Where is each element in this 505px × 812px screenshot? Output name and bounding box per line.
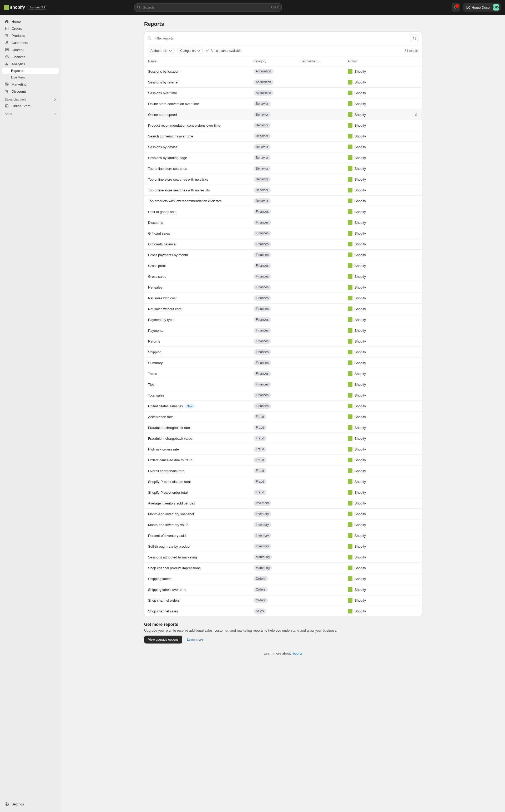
category-badge: Fraud <box>254 436 267 441</box>
report-row[interactable]: Net salesFinancesShopify <box>144 282 422 293</box>
report-row[interactable]: Top products with low recommendation cli… <box>144 196 422 206</box>
report-row[interactable]: Shop channel product impressionsMarketin… <box>144 563 422 573</box>
report-row[interactable]: United States sales taxNewFinancesShopif… <box>144 401 422 412</box>
report-row[interactable]: Payment by typeFinancesShopify <box>144 314 422 325</box>
shopify-author-icon <box>348 166 352 171</box>
report-row[interactable]: Acceptance rateFraudShopify <box>144 412 422 422</box>
nav-marketing[interactable]: Marketing <box>2 81 59 88</box>
reports-help-link[interactable]: reports <box>292 652 302 655</box>
report-row[interactable]: TipsFinancesShopify <box>144 379 422 390</box>
col-last-viewed[interactable]: Last viewed <box>297 57 344 66</box>
col-name[interactable]: Name <box>144 57 250 66</box>
report-row[interactable]: Top online store searches with no clicks… <box>144 174 422 185</box>
report-row[interactable]: Fraudulent chargeback rateFraudShopify <box>144 422 422 433</box>
nav-analytics[interactable]: Analytics <box>2 61 59 68</box>
report-row[interactable]: Total salesFinancesShopify <box>144 390 422 401</box>
report-row[interactable]: Sessions by landing pageBehaviorShopify <box>144 152 422 163</box>
report-row[interactable]: Top online store searches with no result… <box>144 185 422 196</box>
pin-icon[interactable] <box>414 113 418 116</box>
nav-discounts[interactable]: Discounts <box>2 88 59 95</box>
report-row[interactable]: Overall chargeback rateFraudShopify <box>144 466 422 476</box>
view-upgrade-button[interactable]: View upgrade options <box>144 635 182 644</box>
authors-filter[interactable]: Authors 1 <box>148 48 175 54</box>
report-row[interactable]: Month-end inventory valueInventoryShopif… <box>144 519 422 530</box>
benchmarks-toggle[interactable]: Benchmarks available <box>205 49 241 53</box>
author-name: Shopify <box>355 361 366 365</box>
category-badge: Inventory <box>254 522 271 528</box>
author-name: Shopify <box>355 426 366 430</box>
nav-orders[interactable]: Orders <box>2 25 59 32</box>
report-row[interactable]: Month-end inventory snapshotInventorySho… <box>144 509 422 519</box>
report-row[interactable]: Shopify Protect dispute totalFraudShopif… <box>144 476 422 487</box>
report-row[interactable]: DiscountsFinancesShopify <box>144 217 422 228</box>
report-row[interactable]: Average inventory sold per dayInventoryS… <box>144 498 422 509</box>
report-row[interactable]: Search conversions over timeBehaviorShop… <box>144 131 422 142</box>
report-name: Top online store searches <box>144 163 250 174</box>
report-row[interactable]: Online store speedBehaviorShopify <box>144 109 422 120</box>
svg-point-10 <box>7 92 8 93</box>
sort-button[interactable] <box>410 34 418 42</box>
report-row[interactable]: Online store conversion over timeBehavio… <box>144 99 422 109</box>
nav-finances[interactable]: Finances <box>2 53 59 60</box>
category-badge: Inventory <box>254 544 271 549</box>
nav-content[interactable]: Content <box>2 46 59 53</box>
category-badge: Finances <box>254 252 271 257</box>
report-row[interactable]: SummaryFinancesShopify <box>144 358 422 368</box>
report-row[interactable]: Percent of inventory soldInventoryShopif… <box>144 530 422 541</box>
report-row[interactable]: Sell-through rate by productInventorySho… <box>144 541 422 552</box>
nav-customers[interactable]: Customers <box>2 39 59 46</box>
report-row[interactable]: Sessions by locationAcquisitionShopify <box>144 66 422 77</box>
report-row[interactable]: Net sales with costFinancesShopify <box>144 293 422 304</box>
report-row[interactable]: Orders canceled due to fraudFraudShopify <box>144 455 422 466</box>
categories-filter[interactable]: Categories <box>177 48 202 54</box>
report-row[interactable]: Sessions by referrerAcquisitionShopify <box>144 77 422 88</box>
report-row[interactable]: Gross salesFinancesShopify <box>144 271 422 282</box>
report-row[interactable]: PaymentsFinancesShopify <box>144 325 422 336</box>
report-row[interactable]: Top online store searchesBehaviorShopify <box>144 163 422 174</box>
report-row[interactable]: Cost of goods soldFinancesShopify <box>144 206 422 217</box>
report-row[interactable]: Sessions attributed to marketingMarketin… <box>144 552 422 563</box>
report-row[interactable]: Gift card salesFinancesShopify <box>144 228 422 239</box>
learn-more-link[interactable]: Learn more <box>187 638 203 642</box>
upsell-section: Get more reports Upgrade your plan to re… <box>144 622 422 644</box>
report-row[interactable]: ReturnsFinancesShopify <box>144 336 422 347</box>
report-row[interactable]: Product recommendation conversions over … <box>144 120 422 131</box>
category-badge: Finances <box>254 339 271 344</box>
shopify-author-icon <box>348 371 352 376</box>
col-category[interactable]: Category <box>250 57 297 66</box>
apps-header[interactable]: Apps <box>2 110 59 117</box>
author-cell: Shopify <box>348 501 407 505</box>
store-switcher[interactable]: LC Home Decor LHD <box>463 3 501 12</box>
report-row[interactable]: Gross profitFinancesShopify <box>144 260 422 271</box>
nav-sub-live-view[interactable]: Live View <box>2 74 59 81</box>
report-row[interactable]: Gross payments by monthFinancesShopify <box>144 250 422 260</box>
nav-home[interactable]: Home <box>2 18 59 25</box>
nav-online-store[interactable]: Online Store <box>2 102 59 109</box>
report-row[interactable]: TaxesFinancesShopify <box>144 368 422 379</box>
report-row[interactable]: Gift cards balanceFinancesShopify <box>144 239 422 250</box>
report-row[interactable]: Shipping labels over timeOrdersShopify <box>144 584 422 595</box>
nav-products[interactable]: Products <box>2 32 59 39</box>
report-row[interactable]: Shipping labelsOrdersShopify <box>144 573 422 584</box>
report-name: Sessions by landing page <box>144 152 250 163</box>
report-row[interactable]: High risk orders rateFraudShopify <box>144 444 422 455</box>
report-row[interactable]: Fraudulent chargeback valueFraudShopify <box>144 433 422 444</box>
report-row[interactable]: Net sales without costFinancesShopify <box>144 304 422 314</box>
report-row[interactable]: Sessions by deviceBehaviorShopify <box>144 142 422 152</box>
filter-reports-input[interactable] <box>153 35 408 41</box>
nav-settings[interactable]: Settings <box>2 801 59 808</box>
shopify-author-icon <box>348 403 352 409</box>
report-row[interactable]: Shopify Protect order totalFraudShopify <box>144 487 422 498</box>
report-row[interactable]: Shop channel salesSalesShopify <box>144 606 422 617</box>
nav-sub-reports[interactable]: Reports <box>2 68 59 74</box>
report-row[interactable]: ShippingFinancesShopify <box>144 347 422 358</box>
sales-channels-header[interactable]: Sales channels <box>2 95 59 102</box>
global-search[interactable]: Ctrl K <box>134 3 282 12</box>
col-author[interactable]: Author <box>344 57 410 66</box>
shopify-author-icon <box>348 177 352 182</box>
search-input[interactable] <box>134 3 282 12</box>
report-row[interactable]: Sessions over timeAcquisitionShopify <box>144 88 422 99</box>
report-row[interactable]: Shop channel ordersOrdersShopify <box>144 595 422 606</box>
brand-logo[interactable]: shopify Summer '23 <box>4 5 47 10</box>
notifications-button[interactable] <box>452 3 460 12</box>
